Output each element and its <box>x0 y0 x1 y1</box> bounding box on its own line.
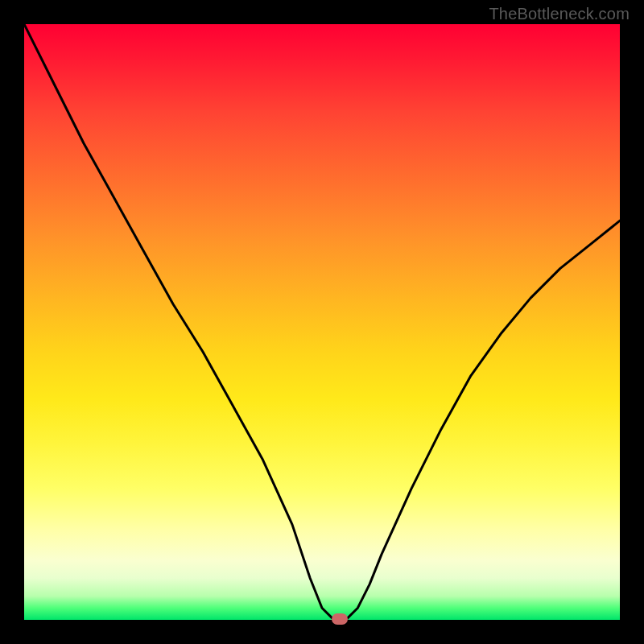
plot-area <box>24 24 620 620</box>
chart-frame: TheBottleneck.com <box>0 0 644 644</box>
attribution-text: TheBottleneck.com <box>489 5 630 23</box>
bottleneck-curve <box>24 24 620 620</box>
optimal-point-marker <box>332 613 348 625</box>
